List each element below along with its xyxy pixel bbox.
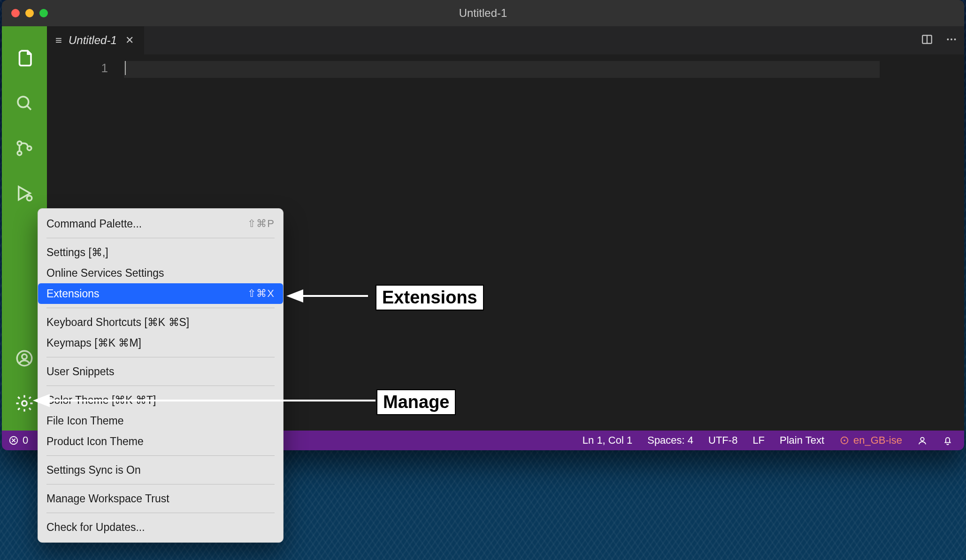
- menu-item-label: File Icon Theme: [46, 415, 123, 427]
- menu-item-command-palette[interactable]: Command Palette...⇧⌘P: [38, 213, 283, 234]
- status-problems[interactable]: 0: [8, 434, 28, 446]
- menu-separator: [46, 308, 275, 308]
- menu-item-label: Settings [⌘,]: [46, 246, 108, 259]
- menu-item-file-icon-theme[interactable]: File Icon Theme: [38, 410, 283, 431]
- menu-item-label: Online Services Settings: [46, 267, 164, 280]
- menu-item-settings-sync-is-on[interactable]: Settings Sync is On: [38, 460, 283, 480]
- menu-separator: [46, 386, 275, 386]
- current-line-highlight: [124, 61, 880, 78]
- svg-line-1: [27, 106, 31, 110]
- menu-separator: [46, 484, 275, 484]
- svg-point-12: [951, 38, 952, 40]
- menu-item-shortcut: ⇧⌘P: [247, 218, 275, 230]
- text-cursor: [125, 61, 126, 75]
- menu-item-product-icon-theme[interactable]: Product Icon Theme: [38, 431, 283, 452]
- menu-item-online-services-settings[interactable]: Online Services Settings: [38, 263, 283, 283]
- svg-point-13: [954, 38, 956, 40]
- svg-point-19: [920, 438, 924, 441]
- menu-item-manage-workspace-trust[interactable]: Manage Workspace Trust: [38, 488, 283, 509]
- explorer-icon[interactable]: [2, 36, 47, 81]
- tab-untitled-1[interactable]: ≡ Untitled-1 ✕: [47, 26, 144, 54]
- svg-point-7: [22, 354, 27, 359]
- menu-separator: [46, 238, 275, 238]
- menu-item-label: Check for Updates...: [46, 521, 145, 534]
- file-text-icon: ≡: [55, 34, 62, 47]
- menu-item-shortcut: ⇧⌘X: [247, 288, 275, 300]
- svg-point-18: [843, 439, 845, 441]
- search-icon[interactable]: [2, 81, 47, 126]
- menu-item-settings[interactable]: Settings [⌘,]: [38, 242, 283, 263]
- menu-item-extensions[interactable]: Extensions⇧⌘X: [38, 283, 283, 304]
- menu-item-label: Extensions: [46, 288, 100, 300]
- status-language[interactable]: Plain Text: [780, 434, 824, 446]
- svg-point-11: [947, 38, 949, 40]
- status-encoding[interactable]: UTF-8: [708, 434, 737, 446]
- window-title: Untitled-1: [2, 7, 964, 20]
- menu-item-check-for-updates[interactable]: Check for Updates...: [38, 517, 283, 537]
- status-feedback-icon[interactable]: [917, 435, 928, 446]
- menu-item-label: Settings Sync is On: [46, 464, 141, 477]
- menu-item-keymaps-k-m[interactable]: Keymaps [⌘K ⌘M]: [38, 333, 283, 353]
- menu-item-label: Keyboard Shortcuts [⌘K ⌘S]: [46, 316, 189, 329]
- menu-item-label: Color Theme [⌘K ⌘T]: [46, 394, 156, 407]
- status-errors-count: 0: [23, 434, 28, 446]
- svg-point-0: [18, 97, 29, 107]
- menu-item-label: Command Palette...: [46, 218, 142, 230]
- svg-point-2: [17, 141, 22, 145]
- menu-separator: [46, 513, 275, 513]
- svg-point-4: [27, 146, 31, 151]
- status-indentation[interactable]: Spaces: 4: [647, 434, 693, 446]
- tab-label: Untitled-1: [69, 34, 117, 47]
- menu-item-label: Manage Workspace Trust: [46, 492, 169, 505]
- svg-point-3: [17, 151, 22, 155]
- titlebar: Untitled-1: [2, 0, 964, 26]
- more-actions-icon[interactable]: [945, 33, 958, 47]
- menu-item-label: User Snippets: [46, 365, 114, 378]
- close-tab-icon[interactable]: ✕: [123, 32, 136, 48]
- status-spellcheck-lang[interactable]: en_GB-ise: [839, 434, 902, 446]
- menu-item-label: Product Icon Theme: [46, 435, 144, 448]
- status-notifications-icon[interactable]: [943, 435, 953, 446]
- menu-item-color-theme-k-t[interactable]: Color Theme [⌘K ⌘T]: [38, 390, 283, 410]
- menu-separator: [46, 455, 275, 456]
- minimap[interactable]: [880, 54, 964, 431]
- status-line-col[interactable]: Ln 1, Col 1: [583, 434, 632, 446]
- svg-point-8: [22, 401, 27, 406]
- menu-item-keyboard-shortcuts-k-s[interactable]: Keyboard Shortcuts [⌘K ⌘S]: [38, 312, 283, 333]
- status-eol[interactable]: LF: [752, 434, 765, 446]
- tab-bar-actions: [921, 26, 958, 54]
- menu-item-user-snippets[interactable]: User Snippets: [38, 361, 283, 382]
- menu-item-label: Keymaps [⌘K ⌘M]: [46, 337, 141, 349]
- source-control-icon[interactable]: [2, 126, 47, 171]
- tab-bar: ≡ Untitled-1 ✕: [47, 26, 964, 54]
- menu-separator: [46, 357, 275, 357]
- split-editor-icon[interactable]: [921, 33, 933, 47]
- line-number: 1: [101, 61, 108, 75]
- manage-context-menu: Command Palette...⇧⌘PSettings [⌘,]Online…: [38, 208, 284, 543]
- svg-point-5: [27, 196, 32, 201]
